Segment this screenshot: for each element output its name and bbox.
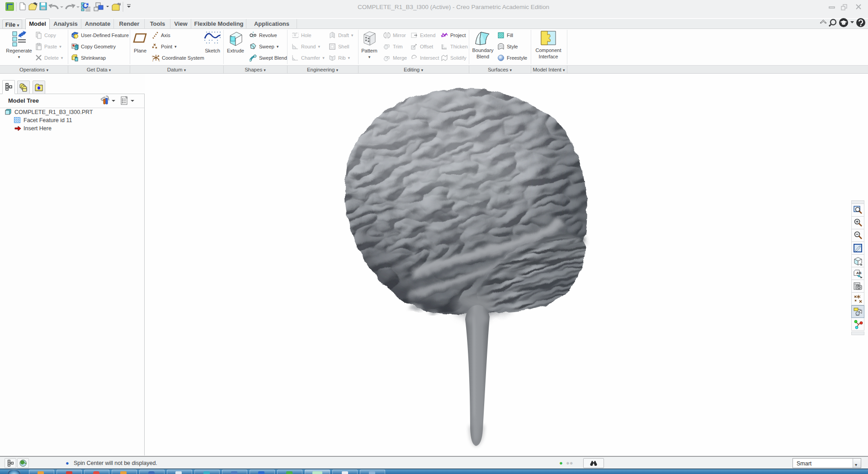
svg-text:z: z [152,59,154,62]
svg-text:x: x [159,59,160,62]
svg-text:AB: AB [856,271,862,275]
